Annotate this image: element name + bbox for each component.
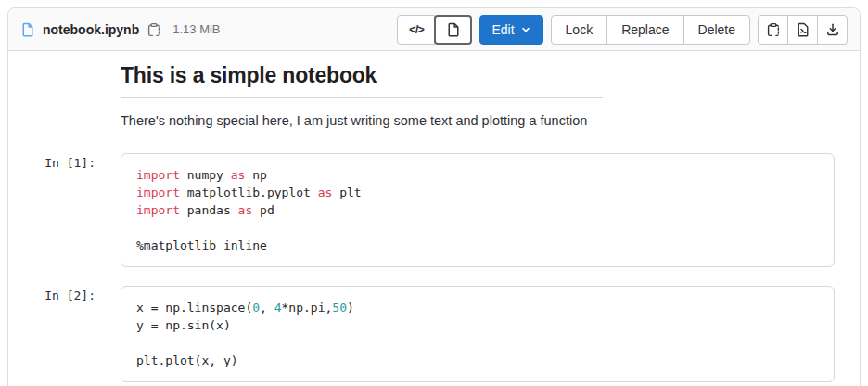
code-cells: In [1]:import numpy as npimport matplotl…: [8, 153, 860, 382]
code-view-icon: </>: [409, 22, 424, 36]
file-name: notebook.ipynb: [43, 22, 139, 37]
notebook-content: This is a simple notebook There's nothin…: [8, 51, 860, 382]
chevron-down-icon: [520, 24, 531, 35]
copy-to-clipboard-icon[interactable]: [147, 22, 161, 37]
replace-button[interactable]: Replace: [606, 15, 683, 45]
download-button[interactable]: [817, 15, 848, 45]
copy-contents-button[interactable]: [758, 15, 788, 45]
code-cell-input: import numpy as npimport matplotlib.pypl…: [121, 153, 835, 267]
code-cell-row: In [1]:import numpy as npimport matplotl…: [8, 153, 860, 267]
file-icon: [20, 22, 35, 37]
markdown-cell: This is a simple notebook There's nothin…: [121, 63, 603, 128]
file-viewer-container: notebook.ipynb 1.13 MiB </>: [7, 7, 861, 386]
edit-dropdown-button[interactable]: Edit: [479, 15, 542, 45]
delete-button[interactable]: Delete: [683, 15, 750, 45]
rendered-view-button[interactable]: [434, 15, 472, 45]
cell-execution-prompt: In [1]:: [8, 153, 121, 170]
notebook-title: This is a simple notebook: [121, 63, 603, 98]
open-raw-icon: [796, 22, 811, 37]
file-header: notebook.ipynb 1.13 MiB </>: [8, 8, 860, 51]
code-view-button[interactable]: </>: [397, 15, 435, 45]
rendered-view-icon: [446, 22, 461, 37]
file-size: 1.13 MiB: [172, 22, 220, 36]
icon-action-group: [758, 15, 848, 45]
edit-button-label: Edit: [491, 22, 514, 37]
cell-execution-prompt: In [2]:: [8, 286, 121, 302]
file-header-actions: </> Edit: [397, 15, 848, 45]
notebook-paragraph: There's nothing special here, I am just …: [121, 113, 603, 128]
file-header-left: notebook.ipynb 1.13 MiB: [20, 22, 221, 37]
open-raw-button[interactable]: [787, 15, 818, 45]
view-toggle-group: </>: [397, 15, 472, 45]
file-action-group: Lock Replace Delete: [551, 15, 750, 45]
copy-contents-icon: [766, 22, 781, 37]
download-icon: [825, 22, 840, 37]
code-cell-input: x = np.linspace(0, 4*np.pi,50)y = np.sin…: [121, 286, 835, 382]
lock-button[interactable]: Lock: [551, 15, 608, 45]
code-cell-row: In [2]:x = np.linspace(0, 4*np.pi,50)y =…: [8, 286, 860, 382]
